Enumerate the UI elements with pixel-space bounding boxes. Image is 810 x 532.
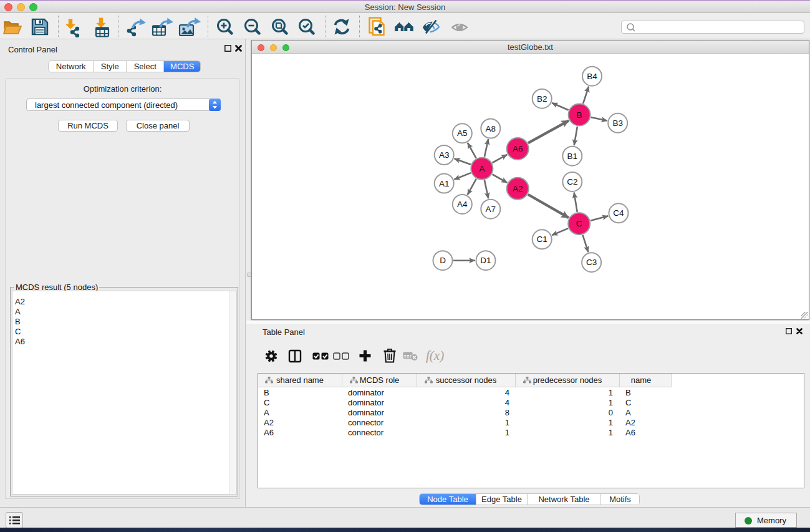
svg-text:A8: A8 (486, 124, 496, 133)
svg-text:C: C (576, 219, 582, 228)
svg-text:B3: B3 (612, 118, 623, 128)
svg-text:C4: C4 (613, 208, 624, 218)
svg-text:A6: A6 (513, 144, 523, 153)
svg-text:D1: D1 (480, 256, 491, 265)
svg-text:C1: C1 (537, 235, 547, 244)
svg-text:D: D (440, 256, 446, 265)
svg-text:B: B (577, 110, 582, 120)
svg-text:A: A (479, 164, 485, 173)
svg-text:A4: A4 (457, 200, 468, 209)
svg-text:A2: A2 (513, 184, 523, 193)
svg-text:A7: A7 (486, 205, 496, 214)
svg-text:B4: B4 (587, 72, 597, 81)
svg-text:C3: C3 (586, 258, 597, 267)
svg-text:C2: C2 (567, 177, 577, 186)
svg-text:A3: A3 (439, 150, 450, 160)
svg-text:B2: B2 (537, 94, 547, 104)
svg-text:A5: A5 (457, 128, 468, 138)
svg-text:A1: A1 (439, 179, 450, 188)
svg-text:B1: B1 (567, 152, 578, 161)
